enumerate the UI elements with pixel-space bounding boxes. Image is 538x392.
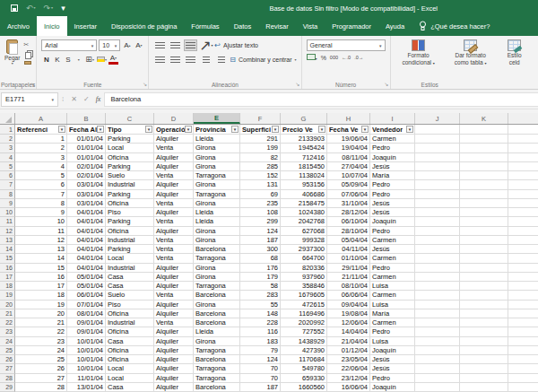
cell[interactable]: [460, 135, 508, 144]
cell[interactable]: Oficina: [106, 327, 154, 336]
cell[interactable]: 02/01/04: [67, 171, 106, 180]
cell[interactable]: Industrial: [106, 264, 154, 273]
cell[interactable]: 06/01/04: [67, 291, 106, 300]
cell[interactable]: Piso: [106, 301, 154, 309]
cell[interactable]: Tarragona: [194, 346, 240, 355]
cell[interactable]: 09/01/04: [67, 327, 106, 336]
cell[interactable]: Pedro: [370, 374, 415, 383]
cell[interactable]: Venta: [154, 171, 194, 180]
column-title-fecha-alt[interactable]: Fecha Alt▼: [67, 125, 106, 135]
cell[interactable]: [460, 217, 508, 226]
cell[interactable]: Parking: [106, 162, 154, 171]
cell[interactable]: Pedro: [370, 327, 415, 336]
cell[interactable]: 01/01/04: [67, 153, 106, 162]
cell[interactable]: Oficina: [106, 355, 154, 364]
cell[interactable]: [415, 245, 460, 254]
row-header-20[interactable]: 20: [0, 301, 15, 309]
cell[interactable]: 549780: [281, 364, 327, 373]
cell[interactable]: [415, 236, 460, 245]
cell[interactable]: 23/12/04: [327, 374, 370, 383]
cell[interactable]: [415, 144, 460, 152]
cell[interactable]: 01/10/04: [327, 254, 370, 263]
wrap-text-button[interactable]: ↩ Ajustar texto: [214, 39, 258, 51]
cell[interactable]: 179: [240, 273, 281, 282]
cell[interactable]: Alquiler: [154, 162, 194, 171]
tab-archivo[interactable]: Archivo: [0, 16, 37, 36]
cell[interactable]: Alquiler: [154, 374, 194, 383]
cell[interactable]: 712416: [281, 153, 327, 162]
cell[interactable]: 10/01/04: [67, 346, 106, 355]
cell[interactable]: 04/01/04: [67, 217, 106, 226]
cell[interactable]: Venta: [154, 236, 194, 245]
cell[interactable]: 19: [15, 301, 67, 309]
row-header-7[interactable]: 7: [0, 180, 15, 189]
save-icon[interactable]: [11, 4, 18, 12]
cell[interactable]: 27/04/04: [327, 162, 370, 171]
filter-button[interactable]: ▼: [97, 126, 104, 133]
row-header-15[interactable]: 15: [0, 254, 15, 263]
cell[interactable]: [415, 282, 460, 291]
font-size-combo[interactable]: 10 ▾: [99, 39, 120, 51]
cell[interactable]: 108: [240, 208, 281, 217]
cell[interactable]: 199: [240, 144, 281, 152]
cell[interactable]: 18: [15, 291, 67, 300]
cell[interactable]: 10/01/04: [67, 355, 106, 364]
cell[interactable]: 05/09/04: [327, 180, 370, 189]
cell[interactable]: 16: [15, 273, 67, 282]
cell[interactable]: 176: [240, 264, 281, 273]
row-header-16[interactable]: 16: [0, 264, 15, 273]
cell[interactable]: 03/01/04: [67, 199, 106, 208]
row-header-21[interactable]: 21: [0, 309, 15, 318]
cell[interactable]: 937960: [281, 273, 327, 282]
cell[interactable]: Girona: [194, 301, 240, 309]
cell[interactable]: 10/07/04: [327, 171, 370, 180]
cell[interactable]: Barcelona: [194, 309, 240, 318]
cell[interactable]: 10/01/04: [67, 364, 106, 373]
tab-disposicion-de-pagina[interactable]: Disposición de página: [104, 16, 184, 36]
row-header-19[interactable]: 19: [0, 291, 15, 300]
cell[interactable]: [460, 144, 508, 152]
cell[interactable]: Tarragona: [194, 190, 240, 199]
cell[interactable]: Luisa: [370, 282, 415, 291]
cell[interactable]: Carmen: [370, 135, 415, 144]
tab-ayuda[interactable]: Ayuda: [378, 16, 412, 36]
cell[interactable]: 28/12/04: [327, 208, 370, 217]
cell[interactable]: 1138024: [281, 171, 327, 180]
cell[interactable]: [460, 282, 508, 291]
row-header-5[interactable]: 5: [0, 162, 15, 171]
column-header-A[interactable]: A: [15, 113, 67, 124]
cell[interactable]: 1024380: [281, 208, 327, 217]
cell[interactable]: [460, 245, 508, 254]
cell[interactable]: [460, 355, 508, 364]
cell[interactable]: [460, 227, 508, 236]
cut-icon[interactable]: ✂: [23, 41, 31, 48]
cell[interactable]: María: [370, 171, 415, 180]
formula-input[interactable]: Barcelona: [104, 92, 538, 107]
cell[interactable]: Oficina: [106, 153, 154, 162]
column-header-K[interactable]: K: [460, 113, 508, 124]
cell[interactable]: 187: [240, 236, 281, 245]
undo-icon[interactable]: ↶▾: [26, 4, 36, 13]
cell[interactable]: Local: [106, 254, 154, 263]
cell[interactable]: 23: [15, 337, 67, 346]
cell[interactable]: Pedro: [370, 190, 415, 199]
comma-style-icon[interactable]: 000: [330, 55, 338, 60]
cell[interactable]: Girona: [194, 162, 240, 171]
cell[interactable]: Local: [106, 144, 154, 152]
copy-icon[interactable]: [25, 52, 31, 59]
cell[interactable]: Venta: [154, 144, 194, 152]
cell[interactable]: 05/04/04: [327, 236, 370, 245]
cell[interactable]: [415, 309, 460, 318]
cell[interactable]: 01/01/04: [67, 144, 106, 152]
cell[interactable]: 16/06/04: [327, 383, 370, 392]
cell[interactable]: Carmen: [370, 318, 415, 327]
cell[interactable]: 69: [240, 190, 281, 199]
cell[interactable]: Tarragona: [194, 282, 240, 291]
cell[interactable]: Barcelona: [194, 291, 240, 300]
column-header-F[interactable]: F: [240, 113, 281, 124]
cell[interactable]: Alquiler: [154, 337, 194, 346]
cell[interactable]: 25: [15, 355, 67, 364]
cell[interactable]: 14/04/04: [327, 327, 370, 336]
cell[interactable]: 22: [15, 327, 67, 336]
cell[interactable]: 10: [15, 217, 67, 226]
